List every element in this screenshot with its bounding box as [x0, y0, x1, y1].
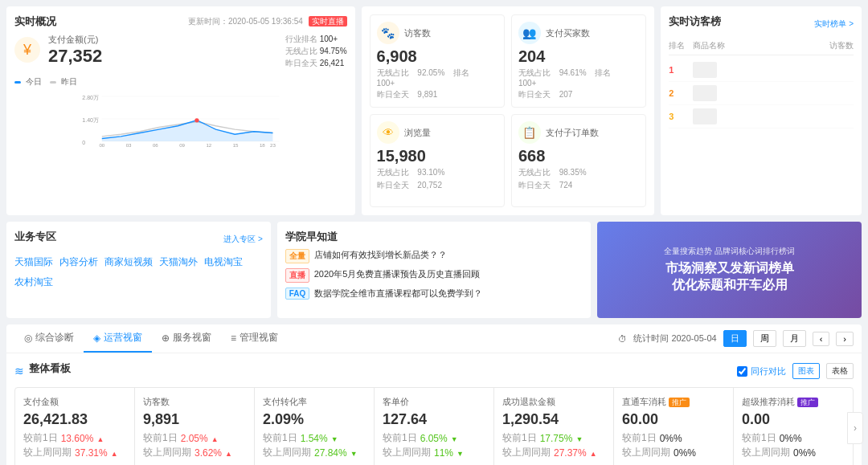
trend-arrow-1 [96, 433, 104, 444]
metric-price-compare1: 较前1日 6.05% [383, 431, 485, 445]
zone-tmall-intl[interactable]: 天猫国际 [14, 255, 53, 269]
dashboard-title-row: ≋ 整体看板 同行对比 图表 表格 [14, 361, 854, 381]
visitors-icon: 🐾 [377, 22, 399, 44]
metric-conversion: 支付转化率 2.09% 较前1日 1.54% 较上周同期 27.84% [255, 388, 375, 465]
dashboard-controls: 同行对比 图表 表格 [737, 363, 854, 379]
svg-text:18: 18 [260, 142, 265, 147]
zones-link[interactable]: 进入专区 > [223, 234, 263, 245]
pageviews-icon: 👁 [377, 121, 399, 144]
payment-label: 支付金额(元) [48, 34, 269, 46]
col-name: 商品名称 [693, 40, 813, 51]
zone-tv-taobao[interactable]: 电视淘宝 [204, 255, 243, 269]
management-icon: ≡ [231, 332, 236, 344]
metric-conversion-compare2: 较上周同期 27.84% [263, 446, 366, 459]
payment-value: 27,352 [48, 46, 269, 67]
tab-diagnosis[interactable]: ◎ 综合诊断 [14, 324, 84, 353]
metric-visitors-compare1: 较前1日 2.05% [143, 431, 246, 445]
metric-rec-compare2: 较上周同期 0%% [742, 446, 845, 459]
stat-time-icon: ⏱ [618, 334, 627, 344]
metric-unit-price: 客单价 127.64 较前1日 6.05% 较上周同期 11% [375, 388, 494, 465]
metric-refund-value: 1,290.54 [502, 411, 605, 428]
product-img-1 [693, 62, 717, 78]
payment-icon: ¥ [14, 37, 40, 63]
col-visits: 访客数 [813, 40, 854, 51]
visitor-row-1: 1 [669, 59, 854, 82]
orders-label: 支付子订单数 [546, 127, 599, 139]
svg-text:03: 03 [126, 142, 132, 147]
metric-price-label: 客单价 [383, 396, 485, 408]
academy-item-3: FAQ 数据学院全维市直播课程都可以免费学到？ [285, 288, 583, 300]
industry-rank: 行业排名 100+ [285, 34, 347, 45]
yesterday-total: 昨日全天 26,421 [285, 58, 347, 69]
operations-icon: ◈ [93, 332, 100, 344]
chart-legend: 今日 昨日 [14, 76, 347, 88]
tab-service[interactable]: ⊕ 服务视窗 [152, 324, 221, 353]
orders-value: 668 [518, 147, 639, 165]
academy-text-3[interactable]: 数据学院全维市直播课程都可以免费学到？ [314, 288, 482, 300]
pageviews-label: 浏览量 [404, 127, 431, 139]
paying-label: 支付买家数 [546, 27, 590, 39]
overview-header: 实时概况 更新时间：2020-05-05 19:36:54 实时直播 [14, 14, 347, 34]
metric-refund-compare2: 较上周同期 27.37% [502, 446, 605, 459]
academy-title: 学院早知道 [285, 230, 583, 244]
metrics-next-btn[interactable]: › [847, 412, 863, 444]
realtime-list-link[interactable]: 实时榜单 > [814, 18, 854, 30]
metric-payment: 支付金额 26,421.83 较前1日 13.60% 较上周同期 37.31% [15, 388, 135, 465]
trend-arrow-2 [111, 447, 118, 459]
live-badge[interactable]: 实时直播 [309, 16, 347, 27]
paying-meta: 无线占比 94.61% 排名 100+ [518, 67, 639, 88]
pageviews-meta: 无线占比 93.10% [377, 167, 497, 178]
orders-icon: 📋 [518, 121, 541, 144]
banner-title: 市场洞察又发新词榜单优化标题和开车必用 [664, 260, 795, 294]
btn-month[interactable]: 月 [783, 330, 806, 347]
promo-banner[interactable]: 全量搜索趋势 品牌词核心词排行榜词 市场洞察又发新词榜单优化标题和开车必用 [597, 222, 862, 318]
svg-text:1.40万: 1.40万 [82, 117, 99, 123]
metric-visitors-compare2: 较上周同期 3.62% [143, 446, 246, 459]
metric-visitors-value: 9,891 [143, 411, 246, 428]
paying-yesterday: 昨日全天 207 [518, 89, 639, 100]
payment-meta: 行业排名 100+ 无线占比 94.75% 昨日全天 26,421 [285, 34, 347, 70]
metric-payment-compare1: 较前1日 13.60% [23, 431, 126, 445]
zone-tmall-abroad[interactable]: 天猫淘外 [159, 255, 198, 269]
dashboard-title-left: ≋ 整体看板 [14, 361, 71, 381]
stat-visitors: 🐾 访客数 6,908 无线占比 92.05% 排名 100+ 昨日全天 9,8… [370, 14, 505, 108]
compare-checkbox-input[interactable] [737, 366, 747, 377]
svg-text:15: 15 [233, 142, 239, 147]
tab-management[interactable]: ≡ 管理视窗 [221, 324, 288, 353]
svg-text:23: 23 [270, 142, 276, 147]
payment-section: ¥ 支付金额(元) 27,352 行业排名 100+ 无线占比 94.75% [14, 34, 347, 70]
metric-payment-value: 26,421.83 [23, 411, 126, 428]
tag-gold: 全量 [285, 249, 309, 263]
zone-content-analysis[interactable]: 内容分析 [59, 255, 98, 269]
payment-info: 支付金额(元) 27,352 [48, 34, 269, 67]
metric-conversion-compare1: 较前1日 1.54% [263, 431, 366, 445]
compare-toggle[interactable]: 同行对比 [737, 365, 786, 377]
orders-yesterday: 昨日全天 724 [518, 180, 639, 191]
visitors-table-header: 排名 商品名称 访客数 [669, 40, 854, 55]
metric-train-compare1: 较前1日 0%% [622, 431, 725, 445]
view-chart-btn[interactable]: 图表 [792, 363, 820, 379]
tab-operations[interactable]: ◈ 运营视窗 [84, 324, 152, 353]
academy-text-1[interactable]: 店铺如何有效找到增长新品类？？ [314, 249, 447, 261]
metric-visitors-label: 访客数 [143, 396, 246, 408]
btn-week[interactable]: 周 [753, 330, 776, 347]
metric-rec-value: 0.00 [742, 411, 845, 428]
metric-price-compare2: 较上周同期 11% [383, 446, 485, 459]
yesterday-dot [50, 81, 56, 84]
zone-rural-taobao[interactable]: 农村淘宝 [14, 275, 53, 289]
academy-text-2[interactable]: 2020年5月免费直播课预告及历史直播回顾 [314, 268, 481, 280]
top-section: 实时概况 更新时间：2020-05-05 19:36:54 实时直播 ¥ 支付金… [6, 6, 862, 215]
overview-title: 实时概况 [14, 14, 56, 29]
stat-pageviews: 👁 浏览量 15,980 无线占比 93.10% 昨日全天 20,752 [370, 114, 505, 207]
metric-train-label: 直通车消耗 推广 [622, 396, 725, 408]
btn-day[interactable]: 日 [723, 330, 747, 347]
view-table-btn[interactable]: 表格 [826, 363, 854, 379]
metric-super-rec: 超级推荐消耗 推广 0.00 较前1日 0%% 较上周同期 0%% [734, 388, 853, 465]
btn-next[interactable]: › [836, 332, 854, 346]
svg-text:06: 06 [153, 142, 158, 147]
btn-prev[interactable]: ‹ [813, 332, 830, 346]
visitors-rank-title: 实时访客榜 [669, 14, 721, 29]
zone-short-video[interactable]: 商家短视频 [104, 255, 153, 269]
tabs-controls: ⏱ 统计时间 2020-05-04 日 周 月 ‹ › [618, 330, 854, 347]
pageviews-yesterday: 昨日全天 20,752 [377, 180, 497, 191]
